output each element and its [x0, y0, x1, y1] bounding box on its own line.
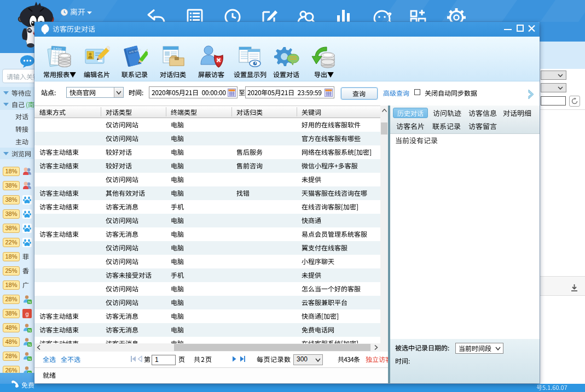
svg-text:N: N — [28, 357, 31, 361]
svg-text:N: N — [28, 343, 31, 347]
svg-text:N: N — [28, 300, 31, 304]
svg-text:g: g — [25, 311, 28, 317]
svg-text:S KSQ: S KSQ — [53, 46, 62, 50]
svg-text:N: N — [28, 329, 31, 332]
